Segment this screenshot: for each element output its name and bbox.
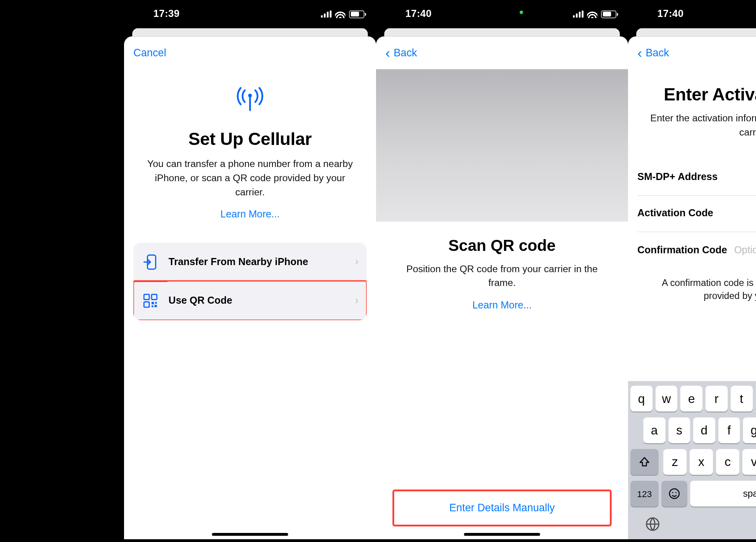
nav-bar: Cancel — [124, 36, 376, 69]
field-label: Confirmation Code — [637, 244, 727, 256]
status-bar: 17:40 — [376, 0, 628, 28]
learn-more-link[interactable]: Learn More... — [220, 209, 280, 221]
page-subtitle: Position the QR code from your carrier i… — [394, 262, 611, 290]
transfer-icon — [142, 254, 159, 270]
key-q[interactable]: q — [630, 386, 652, 411]
screen-setup-cellular: 17:39 Cancel — [124, 0, 376, 539]
screen-enter-activation: 17:40 ‹ Back Next Enter Activation Cod — [628, 0, 756, 539]
field-activation-code[interactable]: Activation Code — [637, 196, 756, 232]
camera-viewfinder — [376, 69, 628, 222]
page-subtitle: You can transfer a phone number from a n… — [142, 157, 359, 199]
globe-icon[interactable] — [645, 516, 661, 535]
nav-bar: ‹ Back Next — [628, 36, 756, 69]
key-c[interactable]: c — [716, 449, 739, 475]
chevron-right-icon: › — [355, 256, 358, 268]
option-label: Transfer From Nearby iPhone — [169, 256, 345, 268]
chevron-right-icon: › — [355, 295, 358, 307]
svg-point-9 — [669, 489, 679, 499]
background-card — [636, 28, 756, 36]
battery-icon — [601, 10, 617, 18]
key-a[interactable]: a — [643, 418, 665, 443]
status-bar: 17:40 — [628, 0, 756, 28]
page-title: Enter Activation Code — [642, 84, 756, 104]
key-e[interactable]: e — [680, 386, 702, 411]
keyboard: qwertyuiop asdfghjkl zxcvbnm 123 — [628, 381, 756, 539]
cancel-button[interactable]: Cancel — [133, 46, 166, 59]
svg-point-11 — [675, 492, 676, 493]
status-icons — [321, 10, 364, 18]
key-g[interactable]: g — [743, 418, 756, 443]
option-use-qr-code[interactable]: Use QR Code › — [133, 281, 367, 320]
options-list: Transfer From Nearby iPhone › — [133, 243, 367, 320]
page-title: Set Up Cellular — [142, 129, 359, 149]
screen-scan-qr: 17:40 ‹ Back Scan QR code Posit — [376, 0, 628, 539]
cellular-signal-icon — [573, 11, 584, 18]
battery-icon — [349, 10, 365, 18]
svg-rect-4 — [144, 302, 149, 307]
key-x[interactable]: x — [689, 449, 713, 475]
background-card — [132, 28, 368, 36]
numbers-key[interactable]: 123 — [630, 481, 658, 506]
field-placeholder: Optional — [734, 244, 756, 256]
wifi-icon — [587, 10, 598, 18]
qr-code-icon — [142, 293, 159, 308]
space-key[interactable]: space — [690, 481, 756, 506]
button-label: Enter Details Manually — [449, 502, 555, 514]
field-label: SM-DP+ Address — [637, 171, 718, 183]
emoji-key[interactable] — [662, 481, 687, 506]
home-indicator[interactable] — [464, 533, 540, 536]
shift-key[interactable] — [630, 449, 658, 475]
chevron-left-icon: ‹ — [637, 46, 642, 60]
wifi-icon — [335, 10, 346, 18]
svg-rect-2 — [144, 294, 149, 299]
status-time: 17:40 — [628, 8, 756, 20]
back-button[interactable]: Back — [394, 46, 417, 59]
svg-rect-3 — [152, 294, 157, 299]
svg-rect-5 — [152, 302, 154, 304]
field-smdp-address[interactable]: SM-DP+ Address — [637, 160, 756, 196]
key-r[interactable]: r — [706, 386, 728, 411]
cellular-signal-icon — [321, 11, 332, 18]
key-z[interactable]: z — [663, 449, 687, 475]
chevron-left-icon: ‹ — [385, 46, 390, 60]
key-w[interactable]: w — [655, 386, 677, 411]
back-button[interactable]: Back — [646, 46, 669, 59]
field-label: Activation Code — [637, 208, 713, 219]
option-label: Use QR Code — [169, 295, 345, 306]
home-indicator[interactable] — [212, 533, 288, 536]
antenna-icon — [234, 87, 266, 115]
key-f[interactable]: f — [718, 418, 740, 443]
key-v[interactable]: v — [742, 449, 756, 475]
field-confirmation-code[interactable]: Confirmation Code Optional — [637, 232, 756, 268]
svg-rect-7 — [152, 305, 153, 307]
background-card — [384, 28, 620, 36]
nav-bar: ‹ Back — [376, 36, 628, 69]
svg-rect-6 — [155, 302, 157, 303]
svg-point-0 — [248, 94, 252, 98]
key-t[interactable]: t — [730, 386, 752, 411]
svg-point-10 — [672, 492, 673, 493]
status-bar: 17:39 — [124, 0, 376, 28]
svg-rect-8 — [154, 305, 157, 307]
option-transfer-nearby[interactable]: Transfer From Nearby iPhone › — [133, 243, 367, 281]
status-icons — [573, 10, 616, 18]
key-d[interactable]: d — [693, 418, 715, 443]
key-s[interactable]: s — [668, 418, 690, 443]
page-subtitle: Enter the activation information provide… — [642, 111, 756, 139]
page-title: Scan QR code — [394, 237, 611, 255]
learn-more-link[interactable]: Learn More... — [472, 299, 532, 311]
form-fields: SM-DP+ Address Activation Code Confirmat… — [637, 160, 756, 269]
enter-details-manually-button[interactable]: Enter Details Manually — [393, 490, 612, 527]
helper-text: A confirmation code is required if it ha… — [628, 268, 756, 308]
